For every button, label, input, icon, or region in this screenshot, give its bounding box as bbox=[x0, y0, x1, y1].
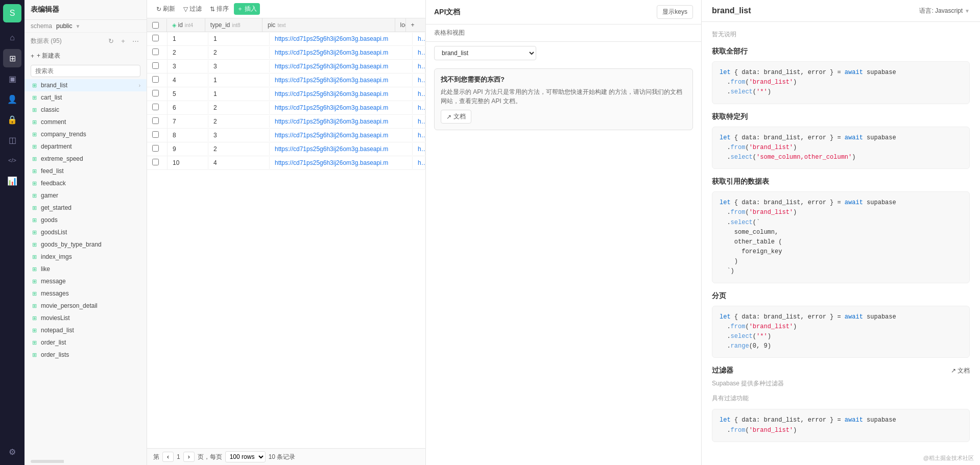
row-checkbox[interactable] bbox=[147, 46, 168, 59]
row-checkbox[interactable] bbox=[147, 101, 168, 114]
row-checkbox[interactable] bbox=[147, 60, 168, 73]
table-item-feed_list[interactable]: ⊞ feed_list bbox=[25, 165, 147, 177]
api-docs-link[interactable]: ↗ 文档 bbox=[441, 110, 471, 124]
col-header-pic[interactable]: pic text bbox=[262, 18, 395, 32]
row-checkbox[interactable] bbox=[147, 87, 168, 101]
insert-icon: ＋ bbox=[237, 5, 243, 13]
sidebar-table-icon[interactable]: ⊞ bbox=[3, 49, 21, 67]
cell-logo: http... bbox=[413, 60, 425, 72]
table-grid-icon: ⊞ bbox=[31, 118, 38, 126]
cell-type_id: 4 bbox=[208, 157, 270, 169]
table-item-like[interactable]: ⊞ like bbox=[25, 263, 147, 275]
show-keys-button[interactable]: 显示keys bbox=[657, 5, 693, 19]
cell-pic: https://cd71ps25g6h3ij26om3g.baseapi.m bbox=[270, 102, 413, 114]
filter-section-header: 过滤器 ↗ 文档 bbox=[712, 366, 970, 375]
code-block-referenced-tables: let { data: brand_list, error } = await … bbox=[712, 191, 970, 283]
insert-button[interactable]: ＋ 插入 bbox=[234, 3, 260, 15]
table-item-name: like bbox=[41, 265, 140, 273]
right-content-panel: brand_list 语言: Javascript ▼ 暂无说明 获取全部行 l… bbox=[701, 0, 980, 465]
table-item-comment[interactable]: ⊞ comment bbox=[25, 116, 147, 128]
table-item-name: goodsList bbox=[41, 229, 140, 236]
code-block-pagination: let { data: brand_list, error } = await … bbox=[712, 306, 970, 358]
sidebar-icons: S ⌂ ⊞ ▣ 👤 🔒 ◫ </> 📊 ⚙ bbox=[0, 0, 25, 465]
table-item-movie_person_detail[interactable]: ⊞ movie_person_detail bbox=[25, 300, 147, 312]
sidebar-storage-icon[interactable]: ◫ bbox=[3, 131, 21, 149]
prev-page-button[interactable]: ‹ bbox=[162, 452, 174, 462]
col-type_id-label: type_id bbox=[210, 21, 230, 29]
filter-tables-btn[interactable]: ⋯ bbox=[130, 36, 140, 46]
table-item-brand_list[interactable]: ⊞ brand_list › bbox=[25, 79, 147, 91]
new-table-button[interactable]: + + 新建表 bbox=[25, 49, 147, 63]
add-table-btn[interactable]: + bbox=[118, 36, 128, 46]
table-item-get_started[interactable]: ⊞ get_started bbox=[25, 202, 147, 214]
table-item-message[interactable]: ⊞ message bbox=[25, 275, 147, 287]
table-row: 7 2 https://cd71ps25g6h3ij26om3g.baseapi… bbox=[147, 115, 425, 129]
cell-logo: http... bbox=[413, 129, 425, 141]
sort-button[interactable]: ⇅ 排序 bbox=[207, 3, 232, 15]
row-checkbox[interactable] bbox=[147, 156, 168, 169]
table-item-name: message bbox=[41, 278, 140, 285]
refresh-tables-btn[interactable]: ↻ bbox=[106, 36, 116, 46]
col-header-type_id[interactable]: type_id int8 bbox=[205, 18, 262, 32]
table-item-index_imgs[interactable]: ⊞ index_imgs bbox=[25, 251, 147, 263]
sidebar-chart-icon[interactable]: 📊 bbox=[3, 172, 21, 190]
cell-id: 10 bbox=[168, 157, 208, 169]
api-table-select[interactable]: brand_list bbox=[434, 46, 536, 60]
sidebar-image-icon[interactable]: ▣ bbox=[3, 69, 21, 88]
row-checkbox[interactable] bbox=[147, 115, 168, 128]
table-item-extreme_speed[interactable]: ⊞ extreme_speed bbox=[25, 153, 147, 165]
table-grid-icon: ⊞ bbox=[31, 290, 38, 297]
search-input[interactable] bbox=[31, 65, 140, 77]
sort-icon: ⇅ bbox=[210, 6, 215, 13]
table-item-company_trends[interactable]: ⊞ company_trends bbox=[25, 128, 147, 140]
refresh-button[interactable]: ↻ 刷新 bbox=[153, 3, 178, 15]
table-grid-icon: ⊞ bbox=[31, 94, 38, 101]
table-item-goods_by_type_brand[interactable]: ⊞ goods_by_type_brand bbox=[25, 238, 147, 251]
right-panel-content: 暂无说明 获取全部行 let { data: brand_list, error… bbox=[702, 22, 980, 451]
col-header-logo[interactable]: logo bbox=[395, 18, 406, 32]
schema-chevron-icon: ▼ bbox=[75, 23, 80, 29]
row-checkbox[interactable] bbox=[147, 74, 168, 87]
table-item-cart_list[interactable]: ⊞ cart_list bbox=[25, 91, 147, 104]
api-table-select-row: brand_list bbox=[426, 42, 701, 64]
table-item-order_list[interactable]: ⊞ order_list bbox=[25, 336, 147, 349]
sidebar-lock-icon[interactable]: 🔒 bbox=[3, 110, 21, 129]
row-checkbox[interactable] bbox=[147, 142, 168, 156]
table-row: 9 2 https://cd71ps25g6h3ij26om3g.baseapi… bbox=[147, 142, 425, 156]
table-item-moviesList[interactable]: ⊞ moviesList bbox=[25, 312, 147, 324]
sidebar-settings-icon[interactable]: ⚙ bbox=[3, 443, 21, 461]
col-type_id-type: int8 bbox=[232, 22, 241, 28]
sidebar-code-icon[interactable]: </> bbox=[3, 151, 21, 169]
table-item-messages[interactable]: ⊞ messages bbox=[25, 287, 147, 300]
table-item-notepad_list[interactable]: ⊞ notepad_list bbox=[25, 324, 147, 336]
page-label: 第 bbox=[153, 453, 159, 461]
rows-per-page-select[interactable]: 100 rows bbox=[225, 451, 266, 462]
table-item-gamer[interactable]: ⊞ gamer bbox=[25, 189, 147, 202]
table-item-goods[interactable]: ⊞ goods bbox=[25, 214, 147, 226]
table-item-name: feed_list bbox=[41, 167, 140, 175]
cell-type_id: 2 bbox=[208, 115, 270, 128]
table-item-classic[interactable]: ⊞ classic bbox=[25, 104, 147, 116]
row-checkbox[interactable] bbox=[147, 129, 168, 142]
row-checkbox[interactable] bbox=[147, 32, 168, 45]
table-item-name: messages bbox=[41, 290, 140, 297]
table-grid-icon: ⊞ bbox=[31, 278, 38, 285]
table-item-order_lists[interactable]: ⊞ order_lists bbox=[25, 349, 147, 361]
table-item-department[interactable]: ⊞ department bbox=[25, 140, 147, 153]
cell-logo: http... bbox=[413, 102, 425, 114]
next-page-button[interactable]: › bbox=[183, 452, 195, 462]
col-header-id[interactable]: ◈ id int4 bbox=[167, 18, 205, 32]
sidebar-user-icon[interactable]: 👤 bbox=[3, 90, 21, 108]
table-item-goodsList[interactable]: ⊞ goodsList bbox=[25, 226, 147, 238]
filter-docs-link[interactable]: ↗ 文档 bbox=[951, 366, 970, 375]
api-help-title: 找不到您需要的东西? bbox=[441, 75, 686, 84]
api-panel: API文档 显示keys 表格和视图 brand_list 找不到您需要的东西?… bbox=[425, 0, 701, 465]
logo-icon[interactable]: S bbox=[3, 4, 21, 22]
col-header-add[interactable]: + bbox=[406, 18, 425, 32]
table-item-feedback[interactable]: ⊞ feedback bbox=[25, 177, 147, 189]
select-all-checkbox[interactable] bbox=[152, 22, 159, 29]
filter-button[interactable]: ▽ 过滤 bbox=[180, 3, 205, 15]
schema-row: schema public ▼ bbox=[25, 20, 147, 33]
sidebar-home-icon[interactable]: ⌂ bbox=[3, 29, 21, 47]
lang-select-row: 语言: Javascript ▼ bbox=[919, 7, 970, 15]
